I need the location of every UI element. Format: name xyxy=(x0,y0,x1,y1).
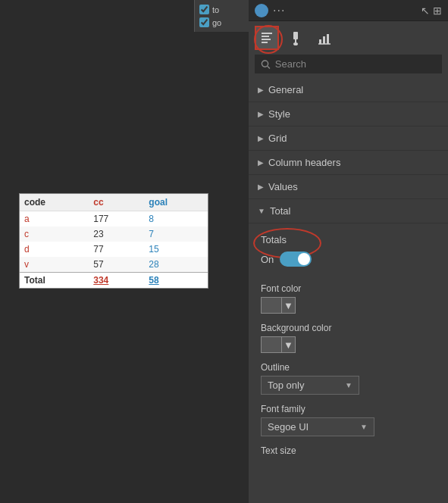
nav-general-label: General xyxy=(268,84,303,95)
font-family-select[interactable]: Segoe UI ▼ xyxy=(261,417,374,436)
svg-rect-10 xyxy=(323,36,325,44)
font-family-label: Font family xyxy=(261,404,436,414)
paint-icon xyxy=(288,30,303,45)
text-size-label: Text size xyxy=(261,445,436,456)
chevron-right-icon: ▶ xyxy=(258,183,264,191)
font-family-value: Segoe UI xyxy=(268,421,309,433)
search-bar[interactable] xyxy=(255,55,442,73)
total-cc: 334 xyxy=(89,273,144,289)
total-label: Total xyxy=(20,273,89,289)
globe-icon xyxy=(255,4,268,17)
svg-point-8 xyxy=(293,42,298,45)
table-header-row: code cc goal xyxy=(20,194,208,211)
font-color-dropdown-arrow[interactable]: ▼ xyxy=(282,297,296,314)
font-color-picker[interactable]: ▼ xyxy=(261,297,436,314)
table-total-row: Total 334 58 xyxy=(20,273,208,289)
checkbox-to-input[interactable] xyxy=(199,5,209,14)
totals-toggle-row: Totals On xyxy=(261,230,436,279)
checkbox-go-input[interactable] xyxy=(199,17,209,27)
chart-button[interactable] xyxy=(312,26,337,50)
totals-toggle[interactable] xyxy=(280,252,312,267)
top-checkboxes: to go xyxy=(194,0,249,32)
nav-items: ▶ General ▶ Style ▶ Grid ▶ Column header… xyxy=(249,78,448,503)
cell-goal-a: 8 xyxy=(144,211,208,227)
nav-column-headers-label: Column headers xyxy=(268,157,340,168)
nav-grid-label: Grid xyxy=(268,133,287,144)
table-row: d 77 15 xyxy=(20,242,208,257)
paint-button[interactable] xyxy=(284,26,308,50)
totals-heading: Totals xyxy=(261,234,312,245)
more-options-icon[interactable]: ··· xyxy=(273,4,285,17)
format-button[interactable] xyxy=(255,26,279,50)
toolbar xyxy=(249,21,448,55)
nav-style-label: Style xyxy=(268,108,290,120)
cell-cc-a: 177 xyxy=(89,211,144,227)
checkbox-to[interactable]: to xyxy=(199,3,244,16)
cell-cc-d: 77 xyxy=(89,242,144,257)
font-color-label: Font color xyxy=(261,283,436,294)
outline-value: Top only xyxy=(268,380,304,391)
cell-goal-c: 7 xyxy=(144,227,208,242)
svg-rect-4 xyxy=(262,39,271,40)
bg-color-box[interactable] xyxy=(261,336,282,353)
cell-goal-d: 15 xyxy=(144,242,208,257)
bg-color-row: Background color ▼ xyxy=(261,318,436,358)
toggle-knob xyxy=(298,253,310,265)
format-icon xyxy=(259,30,274,45)
svg-rect-9 xyxy=(319,39,321,44)
totals-toggle-container: On xyxy=(261,248,312,274)
svg-rect-11 xyxy=(327,34,329,44)
font-family-dropdown-arrow: ▼ xyxy=(360,423,368,431)
cell-cc-c: 23 xyxy=(89,227,144,242)
font-color-row: Font color ▼ xyxy=(261,279,436,318)
data-table: code cc goal a 177 8 c 23 7 d 77 xyxy=(19,193,208,289)
svg-rect-3 xyxy=(262,36,269,37)
cursor-icon: ↖ xyxy=(421,5,430,17)
svg-rect-5 xyxy=(262,42,268,43)
right-panel: ··· ↖ ⊞ xyxy=(249,0,448,503)
chevron-right-icon: ▶ xyxy=(258,110,264,118)
col-code: code xyxy=(20,194,89,211)
chevron-right-icon: ▶ xyxy=(258,86,264,94)
nav-item-values[interactable]: ▶ Values xyxy=(249,175,448,199)
top-bar-left: ··· xyxy=(255,4,285,17)
total-section: Totals On Font color ▼ xyxy=(249,223,448,467)
checkbox-go-label: go xyxy=(212,18,221,27)
checkbox-to-label: to xyxy=(212,5,219,14)
outline-dropdown-arrow: ▼ xyxy=(345,381,352,389)
svg-rect-2 xyxy=(262,33,272,34)
outline-select[interactable]: Top only ▼ xyxy=(261,376,359,395)
search-icon xyxy=(261,59,271,70)
col-goal: goal xyxy=(144,194,208,211)
cell-cc-v: 57 xyxy=(89,257,144,273)
bg-color-label: Background color xyxy=(261,323,436,333)
bg-color-picker[interactable]: ▼ xyxy=(261,336,436,353)
font-color-box[interactable] xyxy=(261,297,282,314)
search-input[interactable] xyxy=(275,58,436,70)
nav-item-style[interactable]: ▶ Style xyxy=(249,102,448,127)
nav-item-total[interactable]: ▼ Total xyxy=(249,199,448,223)
cell-code-d: d xyxy=(20,242,89,257)
text-size-row: Text size xyxy=(261,441,436,464)
chevron-right-icon: ▶ xyxy=(258,158,264,167)
nav-total-label: Total xyxy=(270,205,290,217)
cell-goal-v: 28 xyxy=(144,257,208,273)
checkbox-go[interactable]: go xyxy=(199,16,244,29)
svg-point-13 xyxy=(262,60,268,66)
expand-icon2: ⊞ xyxy=(433,5,442,17)
total-goal: 58 xyxy=(144,273,208,289)
font-family-row: Font family Segoe UI ▼ xyxy=(261,399,436,441)
nav-item-general[interactable]: ▶ General xyxy=(249,78,448,102)
svg-rect-6 xyxy=(293,32,298,39)
top-bar-right: ↖ ⊞ xyxy=(421,5,442,17)
table-row: v 57 28 xyxy=(20,257,208,273)
cell-code-a: a xyxy=(20,211,89,227)
outline-row: Outline Top only ▼ xyxy=(261,358,436,399)
nav-item-grid[interactable]: ▶ Grid xyxy=(249,127,448,151)
bg-color-dropdown-arrow[interactable]: ▼ xyxy=(282,336,296,353)
chevron-down-icon: ▼ xyxy=(258,207,265,215)
col-cc: cc xyxy=(89,194,144,211)
cell-code-c: c xyxy=(20,227,89,242)
chart-icon xyxy=(317,30,332,45)
nav-item-column-headers[interactable]: ▶ Column headers xyxy=(249,151,448,175)
